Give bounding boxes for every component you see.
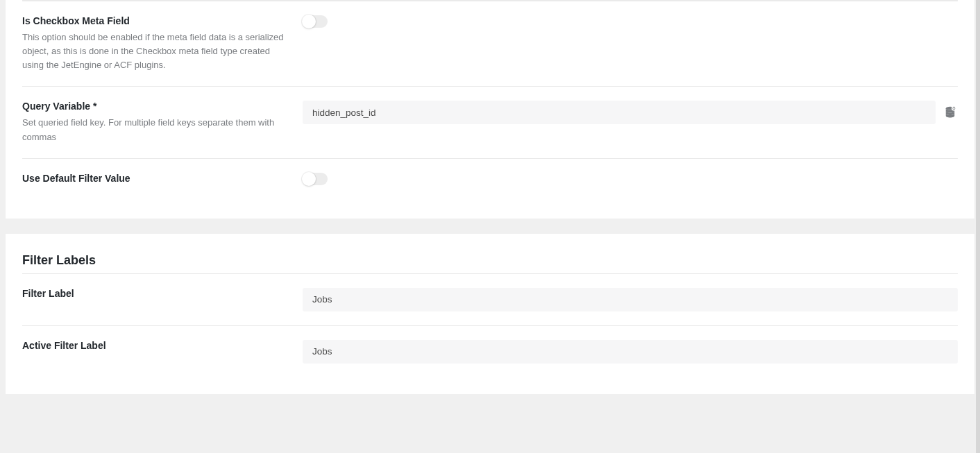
input-filter-label[interactable] (303, 288, 958, 311)
field-title-filter-label: Filter Label (22, 288, 286, 299)
toggle-knob (302, 172, 316, 186)
input-active-filter-label[interactable] (303, 340, 958, 364)
filter-settings-panel: Is Checkbox Meta Field This option shoul… (6, 0, 974, 219)
section-title-filter-labels: Filter Labels (22, 234, 958, 273)
input-query-variable[interactable] (303, 101, 936, 124)
row-query-variable: Query Variable * Set queried field key. … (22, 86, 958, 157)
toggle-checkbox-meta[interactable] (303, 15, 328, 28)
toggle-use-default[interactable] (303, 173, 328, 185)
filter-labels-panel: Filter Labels Filter Label Active Filter… (6, 234, 974, 394)
scrollbar-track[interactable] (976, 0, 980, 453)
field-title-query-variable: Query Variable * (22, 101, 286, 112)
database-icon[interactable] (943, 105, 958, 120)
toggle-knob (302, 15, 316, 28)
field-title-active-filter-label: Active Filter Label (22, 340, 286, 351)
row-active-filter-label: Active Filter Label (22, 325, 958, 377)
field-desc-checkbox-meta: This option should be enabled if the met… (22, 31, 286, 72)
row-is-checkbox-meta: Is Checkbox Meta Field This option shoul… (22, 1, 958, 86)
field-title-use-default: Use Default Filter Value (22, 173, 286, 184)
row-use-default: Use Default Filter Value (22, 158, 958, 202)
row-filter-label: Filter Label (22, 273, 958, 325)
field-desc-query-variable: Set queried field key. For multiple fiel… (22, 116, 286, 144)
field-title-checkbox-meta: Is Checkbox Meta Field (22, 15, 286, 26)
